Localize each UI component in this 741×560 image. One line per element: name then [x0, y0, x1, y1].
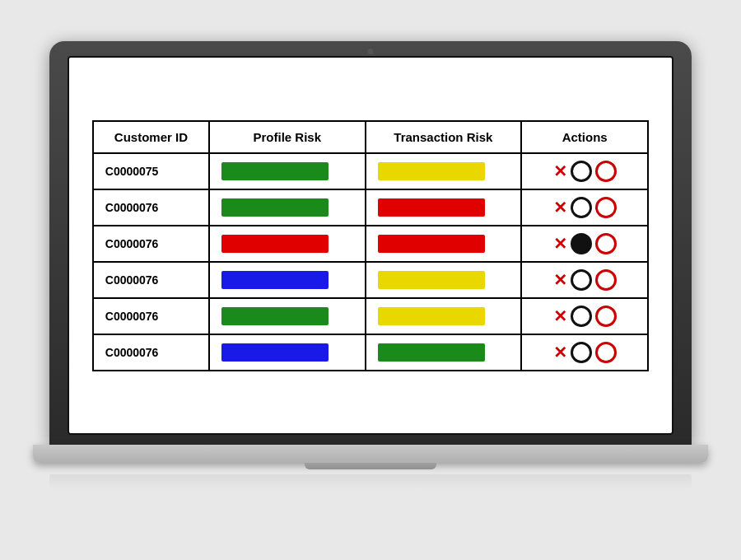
customer-id-cell: C0000076: [93, 226, 209, 262]
screen-bezel: Customer ID Profile Risk Transaction Ris…: [68, 56, 673, 435]
circle-red-icon[interactable]: [595, 269, 617, 291]
circle-red-icon[interactable]: [595, 233, 617, 254]
circle-red-icon[interactable]: [595, 342, 617, 363]
profile-risk-cell: [209, 298, 366, 334]
table-row: C0000076✕: [93, 226, 648, 262]
circle-black-icon[interactable]: [571, 161, 592, 182]
customer-id-cell: C0000075: [93, 153, 209, 189]
actions-cell[interactable]: ✕: [521, 226, 648, 262]
table-row: C0000076✕: [93, 189, 648, 226]
circle-red-icon[interactable]: [595, 306, 617, 327]
profile-risk-cell: [209, 153, 366, 189]
laptop-screen-outer: Customer ID Profile Risk Transaction Ris…: [49, 41, 692, 445]
transaction-risk-cell: [366, 153, 522, 189]
camera-dot: [368, 49, 374, 54]
delete-icon[interactable]: ✕: [553, 163, 567, 180]
circle-black-icon[interactable]: [571, 342, 592, 363]
customer-id-cell: C0000076: [93, 189, 209, 226]
transaction-risk-cell: [366, 298, 522, 334]
circle-red-icon[interactable]: [595, 161, 617, 182]
circle-red-icon[interactable]: [595, 197, 617, 218]
header-transaction-risk: Transaction Risk: [366, 121, 522, 153]
transaction-risk-cell: [366, 262, 522, 298]
circle-black-icon[interactable]: [571, 306, 592, 327]
header-customer-id: Customer ID: [93, 121, 209, 153]
laptop-container: Customer ID Profile Risk Transaction Ris…: [49, 41, 692, 519]
header-profile-risk: Profile Risk: [209, 121, 366, 153]
circle-black-icon[interactable]: [571, 233, 592, 254]
delete-icon[interactable]: ✕: [553, 272, 567, 288]
transaction-risk-cell: [366, 334, 522, 371]
actions-cell[interactable]: ✕: [521, 262, 648, 298]
transaction-risk-cell: [366, 189, 522, 226]
actions-cell[interactable]: ✕: [521, 334, 648, 371]
risk-table: Customer ID Profile Risk Transaction Ris…: [92, 120, 649, 371]
profile-risk-cell: [209, 226, 366, 262]
actions-cell[interactable]: ✕: [521, 153, 648, 189]
header-actions: Actions: [521, 121, 648, 153]
delete-icon[interactable]: ✕: [553, 344, 567, 361]
profile-risk-cell: [209, 262, 366, 298]
table-row: C0000076✕: [93, 334, 648, 371]
transaction-risk-cell: [366, 226, 522, 262]
delete-icon[interactable]: ✕: [553, 236, 567, 252]
actions-cell[interactable]: ✕: [521, 298, 648, 334]
laptop-base: [33, 445, 708, 463]
table-row: C0000076✕: [93, 262, 648, 298]
customer-id-cell: C0000076: [93, 262, 209, 298]
screen-content: Customer ID Profile Risk Transaction Ris…: [69, 58, 672, 433]
delete-icon[interactable]: ✕: [553, 308, 567, 324]
table-row: C0000075✕: [93, 153, 648, 189]
laptop-reflection: [49, 474, 692, 489]
customer-id-cell: C0000076: [93, 334, 209, 371]
actions-cell[interactable]: ✕: [521, 189, 648, 226]
delete-icon[interactable]: ✕: [553, 199, 567, 216]
customer-id-cell: C0000076: [93, 298, 209, 334]
profile-risk-cell: [209, 189, 366, 226]
profile-risk-cell: [209, 334, 366, 371]
circle-black-icon[interactable]: [571, 269, 592, 291]
table-row: C0000076✕: [93, 298, 648, 334]
circle-black-icon[interactable]: [571, 197, 592, 218]
